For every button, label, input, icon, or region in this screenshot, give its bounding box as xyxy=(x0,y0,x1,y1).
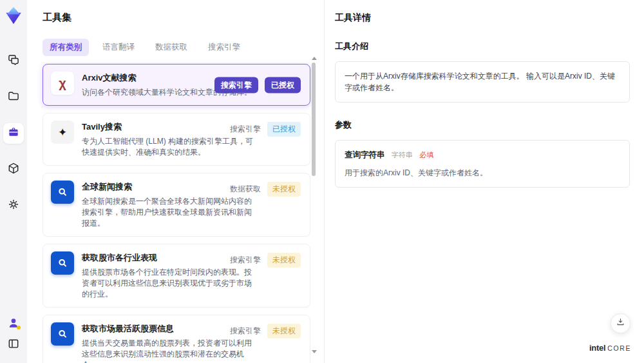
sidebar-item-files[interactable] xyxy=(3,87,24,108)
tab-search-engine[interactable]: 搜索引擎 xyxy=(201,39,247,56)
sidebar-item-chat[interactable] xyxy=(3,51,24,72)
download-icon xyxy=(616,317,625,329)
tool-description: 提供股票市场各个行业在特定时间段内的表现。投资者可以利用这些信息来识别表现优于或… xyxy=(82,267,257,300)
intro-box: 一个用于从Arxiv存储库搜索科学论文和文章的工具。 输入可以是Arxiv ID… xyxy=(335,61,630,103)
user-avatar[interactable] xyxy=(7,317,20,329)
params-heading: 参数 xyxy=(335,119,630,131)
tab-all-categories[interactable]: 所有类别 xyxy=(43,39,89,56)
blue-search-icon xyxy=(51,181,74,204)
param-description: 用于搜索的Arxiv ID、关键字或作者姓名。 xyxy=(345,167,620,179)
app-rail xyxy=(0,0,27,363)
arxiv-logo-icon: χ xyxy=(51,72,74,95)
tool-detail-pane: 工具详情 工具介绍 一个用于从Arxiv存储库搜索科学论文和文章的工具。 输入可… xyxy=(324,0,644,363)
sidebar-item-packages[interactable] xyxy=(3,159,24,180)
status-badge: 已授权 xyxy=(265,77,301,93)
category-label: 搜索引擎 xyxy=(230,255,261,266)
tool-description: 全球新闻搜索是一个聚合全球各大新闻网站内容的搜索引擎，帮助用户快速获取全球最新资… xyxy=(82,196,257,229)
category-label: 搜索引擎 xyxy=(230,326,261,337)
chat-icon xyxy=(7,54,20,69)
avatar-status-dot xyxy=(17,326,21,329)
category-badge: 搜索引擎 xyxy=(214,77,258,93)
blue-search-icon xyxy=(51,322,74,346)
sparkle-icon: ✦ xyxy=(51,121,74,144)
intro-heading: 工具介绍 xyxy=(335,41,630,52)
category-label: 搜索引擎 xyxy=(230,124,261,135)
scroll-down-icon[interactable] xyxy=(312,350,317,353)
status-badge: 未授权 xyxy=(267,182,301,197)
tool-list: χ Arxiv文献搜索 访问各个研究领域大量科学论文和文章的存储库。 搜索引擎 … xyxy=(43,64,310,363)
tab-data-fetch[interactable]: 数据获取 xyxy=(148,39,194,56)
param-name: 查询字符串 xyxy=(345,150,385,159)
tool-description: 提供当天交易量最高的股票列表，投资者可以利用这些信息来识别流动性强的股票和潜在的… xyxy=(82,338,257,363)
param-required-badge: 必填 xyxy=(419,151,433,159)
status-badge: 未授权 xyxy=(267,324,301,338)
tool-list-scrollbar[interactable] xyxy=(311,57,317,353)
tool-card-most-active-stocks[interactable]: 获取市场最活跃股票信息 提供当天交易量最高的股票列表，投资者可以利用这些信息来识… xyxy=(43,315,310,363)
param-box: 查询字符串 字符串 必填 用于搜索的Arxiv ID、关键字或作者姓名。 xyxy=(335,140,630,188)
intro-text: 一个用于从Arxiv存储库搜索科学论文和文章的工具。 输入可以是Arxiv ID… xyxy=(345,72,615,92)
category-label: 数据获取 xyxy=(230,184,261,195)
tool-description: 专为人工智能代理 (LLM) 构建的搜索引擎工具，可快速提供实时、准确和真实的结… xyxy=(82,136,257,158)
scroll-up-icon[interactable] xyxy=(312,57,317,60)
status-badge: 未授权 xyxy=(267,253,301,268)
tab-language-translation[interactable]: 语言翻译 xyxy=(95,39,142,56)
sidebar-item-settings[interactable] xyxy=(3,195,24,216)
tool-card-tavily[interactable]: ✦ Tavily搜索 专为人工智能代理 (LLM) 构建的搜索引擎工具，可快速提… xyxy=(43,113,310,166)
cube-icon xyxy=(7,162,20,177)
tool-card-global-news[interactable]: 全球新闻搜索 全球新闻搜索是一个聚合全球各大新闻网站内容的搜索引擎，帮助用户快速… xyxy=(43,173,310,237)
collapse-panel-icon[interactable] xyxy=(7,337,20,353)
tool-card-sector-performance[interactable]: 获取股市各行业表现 提供股票市场各个行业在特定时间段内的表现。投资者可以利用这些… xyxy=(43,244,310,308)
sidebar-item-tools[interactable] xyxy=(3,123,24,144)
blue-search-icon xyxy=(51,251,74,275)
status-badge: 已授权 xyxy=(267,122,301,137)
param-type: 字符串 xyxy=(392,151,413,159)
detail-title: 工具详情 xyxy=(335,12,630,24)
folder-icon xyxy=(7,90,20,105)
gear-icon xyxy=(7,198,20,213)
brand-secondary: core xyxy=(607,344,631,352)
briefcase-icon xyxy=(7,126,20,141)
brand-primary: intel xyxy=(589,343,605,353)
download-button[interactable] xyxy=(611,313,630,333)
tool-list-pane: 工具集 所有类别 语言翻译 数据获取 搜索引擎 χ Arxiv文献搜索 访问各个… xyxy=(27,0,324,363)
page-title: 工具集 xyxy=(43,12,324,24)
app-logo-icon[interactable] xyxy=(4,6,23,25)
tool-card-arxiv[interactable]: χ Arxiv文献搜索 访问各个研究领域大量科学论文和文章的存储库。 搜索引擎 … xyxy=(43,64,310,106)
intel-core-logo: intel core xyxy=(589,343,631,353)
category-tabs: 所有类别 语言翻译 数据获取 搜索引擎 xyxy=(43,39,324,56)
scrollbar-thumb[interactable] xyxy=(312,63,316,176)
